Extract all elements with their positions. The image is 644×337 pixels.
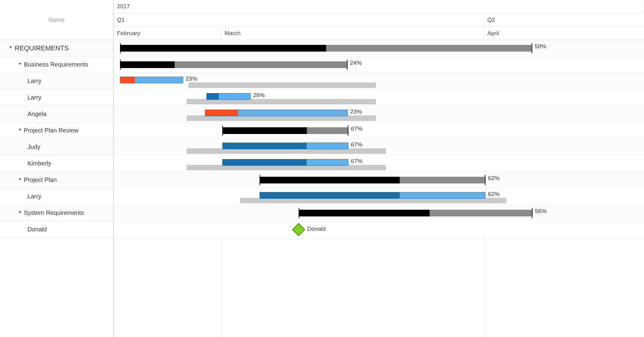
- task-name-label: System Requirements: [24, 209, 84, 216]
- task-row[interactable]: Angela: [0, 106, 113, 122]
- task-bar[interactable]: [222, 143, 348, 149]
- summary-progress: [299, 210, 430, 216]
- summary-progress: [260, 177, 400, 183]
- task-row[interactable]: Larry: [0, 188, 113, 205]
- timeline-year-label: 2017: [117, 3, 130, 10]
- task-bar[interactable]: [222, 159, 348, 166]
- summary-bar[interactable]: [299, 210, 533, 216]
- summary-bar[interactable]: [120, 45, 532, 52]
- timeline-quarter-row: Q1Q2: [114, 13, 644, 27]
- diamond-icon: [292, 223, 305, 236]
- summary-start-tick: [299, 208, 299, 218]
- timeline-year-cell[interactable]: 2017: [114, 0, 644, 13]
- expand-toggle-icon[interactable]: [18, 178, 21, 181]
- task-name-label: Larry: [27, 78, 42, 85]
- timeline-month-label: April: [487, 30, 499, 37]
- gantt-row: Donald: [114, 221, 644, 238]
- gantt-row: 23%: [114, 106, 644, 122]
- summary-end-tick: [532, 208, 533, 218]
- timeline-month-label: March: [224, 30, 241, 37]
- timeline-month-label: February: [117, 30, 140, 37]
- progress-label: 67%: [351, 141, 362, 148]
- milestone-marker[interactable]: [294, 225, 303, 234]
- task-list-panel: Name REQUIREMENTSBusiness RequirementsLa…: [0, 0, 114, 337]
- summary-start-tick: [120, 43, 121, 53]
- task-bar[interactable]: [120, 77, 183, 83]
- summary-end-tick: [348, 125, 348, 136]
- progress-label: 67%: [351, 158, 362, 165]
- summary-bar[interactable]: [260, 177, 486, 183]
- timeline-panel: 2017 Q1Q2 FebruaryMarchApril 50%24%23%28…: [114, 0, 644, 337]
- task-row[interactable]: Larry: [0, 89, 113, 106]
- task-row[interactable]: Larry: [0, 73, 113, 89]
- summary-progress: [120, 61, 175, 68]
- progress-label: 56%: [535, 208, 547, 215]
- timeline-quarter-cell[interactable]: Q2: [484, 13, 644, 27]
- column-header-label: Name: [48, 16, 64, 24]
- milestone-label: Donald: [307, 226, 326, 232]
- task-progress: [223, 159, 307, 165]
- progress-label: 50%: [535, 43, 546, 50]
- timeline-month-cell[interactable]: February: [114, 27, 221, 40]
- progress-label: 23%: [350, 108, 362, 115]
- gantt-row: 50%: [114, 40, 644, 56]
- gantt-row: 67%: [114, 155, 644, 172]
- expand-toggle-icon[interactable]: [18, 129, 21, 132]
- timeline-quarter-label: Q2: [487, 16, 495, 23]
- task-progress: [223, 143, 307, 149]
- gantt-row: 67%: [114, 139, 644, 155]
- gantt-row: 23%: [114, 73, 644, 89]
- task-row[interactable]: System Requirements: [0, 205, 113, 221]
- expand-toggle-icon[interactable]: [18, 211, 21, 214]
- task-row[interactable]: Donald: [0, 221, 113, 238]
- progress-label: 62%: [488, 175, 500, 182]
- task-bar[interactable]: [260, 192, 486, 199]
- task-progress: [207, 93, 219, 100]
- summary-end-tick: [347, 60, 347, 70]
- progress-label: 28%: [253, 92, 265, 99]
- task-name-label: Project Plan Review: [24, 127, 78, 134]
- task-name-label: Larry: [27, 94, 42, 101]
- task-row[interactable]: Judy: [0, 139, 113, 155]
- task-bar[interactable]: [205, 110, 348, 116]
- task-row[interactable]: REQUIREMENTS: [0, 40, 113, 56]
- expand-toggle-icon[interactable]: [18, 63, 21, 66]
- gantt-row: 56%: [114, 205, 644, 221]
- expand-toggle-icon[interactable]: [9, 46, 12, 49]
- column-header-name[interactable]: Name: [0, 0, 113, 40]
- progress-label: 23%: [186, 75, 197, 82]
- gantt-row: 62%: [114, 172, 644, 188]
- gantt-chart: Name REQUIREMENTSBusiness RequirementsLa…: [0, 0, 644, 337]
- progress-label: 62%: [488, 191, 500, 197]
- timeline-quarter-cell[interactable]: Q1: [114, 13, 484, 27]
- gantt-grid: 50%24%23%28%23%67%67%67%62%62%56%Donald: [114, 40, 644, 337]
- timeline-year-row: 2017: [114, 0, 644, 13]
- timeline-month-cell[interactable]: March: [221, 27, 484, 40]
- gantt-row: 28%: [114, 89, 644, 106]
- task-row[interactable]: Kimberly: [0, 155, 113, 172]
- timeline-month-cell[interactable]: April: [484, 27, 644, 40]
- task-name-label: Angela: [27, 111, 46, 118]
- timeline-quarter-label: Q1: [117, 16, 125, 23]
- baseline-bar: [188, 82, 376, 88]
- task-bar[interactable]: [206, 93, 251, 100]
- task-list-rows: REQUIREMENTSBusiness RequirementsLarryLa…: [0, 40, 113, 238]
- timeline-header: 2017 Q1Q2 FebruaryMarchApril: [114, 0, 644, 40]
- task-name-label: Judy: [27, 143, 40, 150]
- task-name-label: Project Plan: [24, 176, 57, 183]
- summary-progress: [120, 45, 326, 52]
- summary-end-tick: [532, 43, 532, 53]
- task-row[interactable]: Project Plan: [0, 172, 113, 188]
- task-progress: [205, 110, 238, 116]
- task-row[interactable]: Business Requirements: [0, 56, 113, 73]
- summary-bar[interactable]: [120, 61, 347, 68]
- task-name-label: Business Requirements: [24, 61, 88, 68]
- timeline-month-row: FebruaryMarchApril: [114, 27, 644, 40]
- gantt-rows: 50%24%23%28%23%67%67%67%62%62%56%Donald: [114, 40, 644, 238]
- summary-bar[interactable]: [222, 127, 348, 134]
- summary-start-tick: [120, 60, 121, 70]
- task-name-label: Larry: [27, 193, 42, 200]
- task-row[interactable]: Project Plan Review: [0, 122, 113, 139]
- task-progress: [120, 77, 135, 83]
- summary-progress: [222, 127, 307, 134]
